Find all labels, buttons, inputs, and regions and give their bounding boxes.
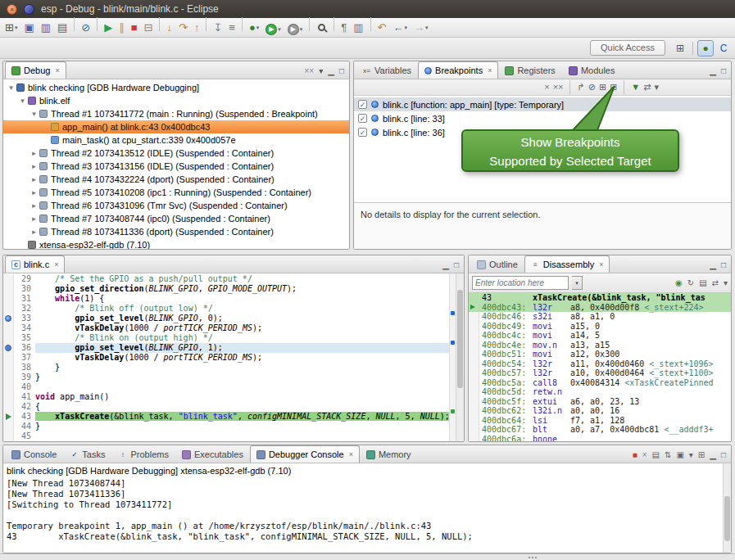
maximize-icon[interactable]: □ (721, 451, 726, 459)
close-icon[interactable]: × (349, 450, 353, 458)
sash-handle[interactable] (529, 557, 530, 558)
view-menu-icon[interactable]: ▾ (654, 83, 659, 92)
block-selection-icon[interactable]: ▥ (351, 20, 365, 36)
disassembly-listing[interactable]: 43xTaskCreate(&blink_task, "blink_tas400… (469, 293, 731, 441)
tab-debug[interactable]: Debug× (5, 61, 66, 79)
debug-tree-item[interactable]: ▸Thread #7 1073408744 (ipc0) (Suspended … (3, 212, 349, 225)
maximize-icon[interactable]: □ (721, 67, 726, 75)
pin-console-icon[interactable]: ▣ (676, 451, 683, 459)
annotation-ruler[interactable] (3, 373, 14, 382)
console-output[interactable]: blink checking [GDB Hardware Debugging] … (3, 463, 731, 553)
tab-memory[interactable]: Memory (360, 445, 418, 463)
close-icon[interactable]: × (54, 260, 58, 269)
annotation-ruler[interactable] (3, 363, 14, 373)
twist-icon[interactable]: ▸ (29, 215, 39, 223)
twist-icon[interactable]: ▾ (18, 97, 27, 105)
debug-launch-tree[interactable]: ▾blink checking [GDB Hardware Debugging]… (3, 79, 349, 249)
annotation-ruler[interactable] (3, 353, 14, 363)
show-source-icon[interactable]: ▤ (699, 279, 706, 287)
debug-icon[interactable]: ●▾ (247, 20, 261, 36)
remove-breakpoint-icon[interactable]: × (544, 83, 549, 92)
last-edit-location-icon[interactable]: ↶ (375, 20, 389, 36)
annotation-ruler[interactable] (3, 284, 14, 294)
twist-icon[interactable]: ▾ (7, 84, 16, 92)
tab-blink-c[interactable]: cblink.c× (5, 255, 65, 273)
debug-tree-item[interactable]: ▸Thread #2 1073413512 (IDLE) (Suspended … (3, 147, 349, 160)
location-input[interactable] (472, 276, 569, 290)
suspend-icon[interactable]: ∥ (116, 20, 127, 36)
new-wizard-icon[interactable]: ⊞▾ (2, 20, 20, 36)
annotation-ruler[interactable] (3, 314, 14, 323)
tab-tasks[interactable]: ✓Tasks (63, 445, 111, 463)
tab-disassembly[interactable]: ≡Disassembly× (524, 255, 610, 273)
debug-tree-item[interactable]: xtensa-esp32-elf-gdb (7.10) (3, 238, 349, 249)
step-return-icon[interactable]: ↑ (192, 20, 202, 36)
minimize-icon[interactable]: ▁ (710, 67, 716, 75)
annotation-ruler[interactable] (3, 333, 14, 343)
breakpoint-row[interactable]: ✓blink.c [line: 33] (354, 111, 731, 125)
twist-icon[interactable]: ▸ (29, 149, 39, 157)
link-with-active-debug-icon[interactable]: ⇄ (712, 279, 719, 287)
overview-ruler[interactable] (449, 273, 456, 441)
close-icon[interactable]: × (55, 66, 59, 75)
show-whitespace-icon[interactable]: ¶ (338, 20, 349, 36)
tab-outline[interactable]: Outline (470, 255, 524, 273)
debug-tree-item[interactable]: ▾blink.elf (3, 94, 349, 107)
annotation-ruler[interactable] (3, 422, 14, 431)
scroll-lock-icon[interactable]: ⇅ (665, 451, 671, 459)
print-icon[interactable]: ▤ (55, 20, 70, 36)
overview-current-line-mark[interactable] (451, 409, 455, 413)
editor-vertical-scrollbar[interactable] (456, 273, 464, 441)
annotation-ruler[interactable] (3, 431, 14, 441)
debug-tree-item[interactable]: ▸Thread #4 1073432224 (dport) (Suspended… (3, 173, 349, 186)
remove-all-breakpoints-icon[interactable]: ×× (553, 83, 564, 92)
debug-tree-item[interactable]: main_task() at cpu_start.c:339 0x400d057… (3, 133, 349, 147)
annotation-ruler[interactable] (3, 294, 14, 304)
run-icon[interactable]: ▶▾ (263, 21, 284, 38)
code-editor[interactable]: 29 /* Set the GPIO as a push/pull output… (3, 273, 449, 441)
forward-icon[interactable]: →▾ (411, 20, 431, 36)
overview-breakpoint-mark[interactable] (451, 311, 455, 315)
maximize-icon[interactable]: □ (339, 67, 344, 75)
debug-tree-item[interactable]: app_main() at blink.c:43 0x400dbc43 (3, 120, 349, 133)
back-icon[interactable]: ←▾ (390, 20, 410, 36)
twist-icon[interactable]: ▾ (29, 110, 39, 118)
refresh-icon[interactable]: ↻ (687, 279, 694, 287)
tab-problems[interactable]: !Problems (111, 445, 175, 463)
breakpoint-row[interactable]: ✓blink.c [function: app_main] [type: Tem… (354, 97, 731, 111)
location-dropdown-icon[interactable]: ▾ (572, 276, 583, 290)
skip-all-breakpoints-icon[interactable]: ⊘ (79, 20, 93, 36)
scrollbar-thumb[interactable] (724, 496, 730, 541)
overview-breakpoint-mark[interactable] (451, 341, 455, 345)
minimize-icon[interactable]: ▁ (710, 451, 716, 459)
debug-perspective-button[interactable]: ● (697, 40, 714, 56)
debug-tree-item[interactable]: ▸Thread #3 1073413156 (IDLE) (Suspended … (3, 160, 349, 173)
open-perspective-icon[interactable]: ⊞ (672, 40, 688, 56)
tab-debugger-console[interactable]: Debugger Console× (250, 445, 360, 463)
tab-breakpoints[interactable]: Breakpoints× (418, 61, 498, 79)
twist-icon[interactable]: ▸ (29, 162, 39, 170)
breakpoint-checkbox[interactable]: ✓ (358, 114, 367, 123)
step-into-icon[interactable]: ↓ (164, 20, 175, 36)
view-menu-icon[interactable]: ▾ (724, 279, 728, 287)
save-all-icon[interactable]: ▥ (39, 20, 53, 36)
annotation-ruler[interactable] (3, 392, 14, 402)
close-icon[interactable]: × (599, 260, 603, 269)
minimize-icon[interactable]: ▁ (442, 261, 449, 269)
drop-to-frame-icon[interactable]: ↧ (211, 20, 225, 36)
debug-tree-item[interactable]: ▾Thread #1 1073411772 (main : Running) (… (3, 107, 349, 120)
annotation-ruler[interactable] (3, 304, 14, 314)
show-breakpoints-supported-icon[interactable]: ▼ (631, 83, 640, 92)
annotation-ruler[interactable] (3, 343, 14, 353)
annotation-ruler[interactable] (3, 382, 14, 392)
view-menu-icon[interactable]: ▾ (319, 67, 323, 75)
tab-console[interactable]: Console (5, 445, 63, 463)
external-tools-icon[interactable]: ▶▾ (285, 21, 306, 38)
debug-tree-item[interactable]: ▾blink checking [GDB Hardware Debugging] (3, 81, 349, 94)
annotation-ruler[interactable] (3, 402, 14, 412)
remove-launch-icon[interactable]: × (642, 451, 647, 459)
annotation-ruler[interactable] (3, 323, 14, 333)
show-pc-icon[interactable]: ◉ (675, 279, 683, 287)
tab-modules[interactable]: Modules (562, 61, 622, 79)
step-over-icon[interactable]: ↷ (176, 20, 190, 36)
